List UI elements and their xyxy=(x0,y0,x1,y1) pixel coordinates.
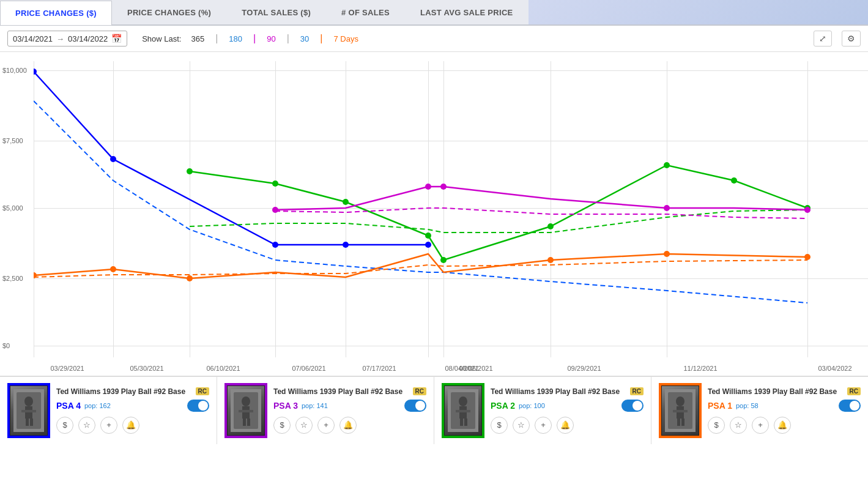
card-img-psa4 xyxy=(7,383,50,438)
card-title-psa4: Ted Williams 1939 Play Ball #92 Base xyxy=(56,387,185,397)
svg-point-23 xyxy=(676,396,684,406)
svg-rect-26 xyxy=(677,419,680,426)
x-label-8: 11/12/2021 xyxy=(683,365,717,372)
tabs-bar: PRICE CHANGES ($) PRICE CHANGES (%) TOTA… xyxy=(0,0,868,26)
purple-point-3 xyxy=(664,205,670,211)
x-label-2: 06/10/2021 xyxy=(206,365,240,372)
expand-button[interactable]: ⤢ xyxy=(814,31,832,47)
card-img-psa1 xyxy=(659,383,702,438)
calendar-icon[interactable]: 📅 xyxy=(111,34,122,43)
blue-point-3 xyxy=(343,242,349,248)
x-label-9: 03/04/2022 xyxy=(818,365,851,372)
card-info-psa2: Ted Williams 1939 Play Ball #92 Base RC … xyxy=(491,387,644,434)
card-pop-psa2[interactable]: pop: 100 xyxy=(519,402,545,409)
y-label-5000: $5,000 xyxy=(2,204,23,212)
rc-badge-psa3: RC xyxy=(413,387,426,395)
card-actions-psa4: $ ☆ + 🔔 xyxy=(56,417,209,434)
card-image-psa2 xyxy=(445,386,481,435)
card-image-psa1 xyxy=(662,386,699,435)
svg-rect-12 xyxy=(243,419,246,426)
orange-dashed-line xyxy=(34,260,807,277)
x-label-0: 03/29/2021 xyxy=(50,365,84,372)
toggle-psa3[interactable] xyxy=(404,400,426,412)
show-last-label: Show Last: xyxy=(142,34,181,43)
card-info-psa4: Ted Williams 1939 Play Ball #92 Base RC … xyxy=(56,387,209,434)
toggle-psa2[interactable] xyxy=(621,400,644,412)
card-title-psa1: Ted Williams 1939 Play Ball #92 Base xyxy=(708,387,837,397)
dollar-icon-psa3[interactable]: $ xyxy=(273,417,291,434)
settings-button[interactable]: ⚙ xyxy=(842,31,861,47)
star-icon-psa4[interactable]: ☆ xyxy=(78,417,95,434)
green-point-3 xyxy=(425,233,431,239)
card-actions-psa2: $ ☆ + 🔔 xyxy=(491,417,644,434)
purple-point-4 xyxy=(804,207,811,213)
card-title-psa2: Ted Williams 1939 Play Ball #92 Base xyxy=(491,387,620,397)
blue-point-4 xyxy=(425,242,431,248)
period-30[interactable]: 30 xyxy=(300,34,309,43)
card-actions-psa1: $ ☆ + 🔔 xyxy=(708,417,861,434)
tab-price-changes-dollar[interactable]: PRICE CHANGES ($) xyxy=(0,1,112,25)
toggle-psa1[interactable] xyxy=(839,400,861,412)
card-psa-grade-psa4: PSA 4 xyxy=(56,401,81,411)
date-to: 03/14/2022 xyxy=(68,34,108,43)
tab-price-changes-pct[interactable]: PRICE CHANGES (%) xyxy=(112,0,226,24)
add-icon-psa3[interactable]: + xyxy=(317,417,335,434)
green-point-1 xyxy=(272,181,278,187)
tab-bar-decoration xyxy=(529,0,868,24)
tab-num-sales[interactable]: # OF SALES xyxy=(326,0,405,24)
card-image-psa4 xyxy=(10,386,47,435)
dollar-icon-psa4[interactable]: $ xyxy=(56,417,73,434)
add-icon-psa2[interactable]: + xyxy=(535,417,552,434)
blue-point-1 xyxy=(110,156,116,162)
svg-rect-19 xyxy=(460,419,463,426)
period-7days[interactable]: 7 Days xyxy=(333,34,358,43)
period-180[interactable]: 180 xyxy=(229,34,242,43)
toggle-psa4[interactable] xyxy=(187,400,209,412)
star-icon-psa1[interactable]: ☆ xyxy=(730,417,747,434)
x-label-3: 07/06/2021 xyxy=(292,365,325,372)
y-label-7500: $7,500 xyxy=(2,137,23,144)
svg-rect-11 xyxy=(239,410,253,412)
star-icon-psa3[interactable]: ☆ xyxy=(295,417,313,434)
x-label-4: 07/17/2021 xyxy=(362,365,396,372)
add-icon-psa1[interactable]: + xyxy=(752,417,769,434)
card-info-psa1: Ted Williams 1939 Play Ball #92 Base RC … xyxy=(708,387,861,434)
add-icon-psa4[interactable]: + xyxy=(100,417,117,434)
svg-rect-25 xyxy=(673,410,688,412)
card-psa3: Ted Williams 1939 Play Ball #92 Base RC … xyxy=(217,377,434,444)
blue-point-2 xyxy=(272,242,278,248)
purple-point-0 xyxy=(272,207,278,213)
date-range-picker[interactable]: 03/14/2021 → 03/14/2022 📅 xyxy=(7,31,127,47)
chart-svg xyxy=(34,52,868,358)
card-pop-psa4[interactable]: pop: 162 xyxy=(84,402,111,409)
card-pop-psa1[interactable]: pop: 58 xyxy=(736,402,759,409)
svg-rect-5 xyxy=(26,419,29,426)
bell-icon-psa1[interactable]: 🔔 xyxy=(774,417,791,434)
period-sep-2: | xyxy=(253,33,256,44)
card-psa2: Ted Williams 1939 Play Ball #92 Base RC … xyxy=(434,377,651,444)
tab-total-sales[interactable]: TOTAL SALES ($) xyxy=(226,0,326,24)
orange-point-3 xyxy=(547,257,554,263)
date-from: 03/14/2021 xyxy=(13,34,53,43)
star-icon-psa2[interactable]: ☆ xyxy=(513,417,530,434)
dollar-icon-psa2[interactable]: $ xyxy=(491,417,508,434)
tab-last-avg-sale-price[interactable]: LAST AVG SALE PRICE xyxy=(405,0,529,24)
y-label-2500: $2,500 xyxy=(2,275,23,282)
period-90[interactable]: 90 xyxy=(267,34,275,43)
bell-icon-psa3[interactable]: 🔔 xyxy=(339,417,357,434)
rc-badge-psa1: RC xyxy=(847,387,861,395)
card-img-psa2 xyxy=(442,383,484,438)
bell-icon-psa4[interactable]: 🔔 xyxy=(122,417,139,434)
green-dashed-line xyxy=(190,210,807,233)
y-label-0: $0 xyxy=(2,342,10,349)
period-365[interactable]: 365 xyxy=(191,34,204,43)
dollar-icon-psa1[interactable]: $ xyxy=(708,417,725,434)
date-arrow-icon: → xyxy=(56,34,64,43)
blue-line xyxy=(34,72,428,245)
period-sep-3: | xyxy=(287,33,289,44)
purple-point-2 xyxy=(440,184,447,190)
bell-icon-psa2[interactable]: 🔔 xyxy=(557,417,574,434)
card-pop-psa3[interactable]: pop: 141 xyxy=(302,402,328,409)
orange-point-4 xyxy=(664,251,670,257)
cards-row: Ted Williams 1939 Play Ball #92 Base RC … xyxy=(0,376,868,444)
